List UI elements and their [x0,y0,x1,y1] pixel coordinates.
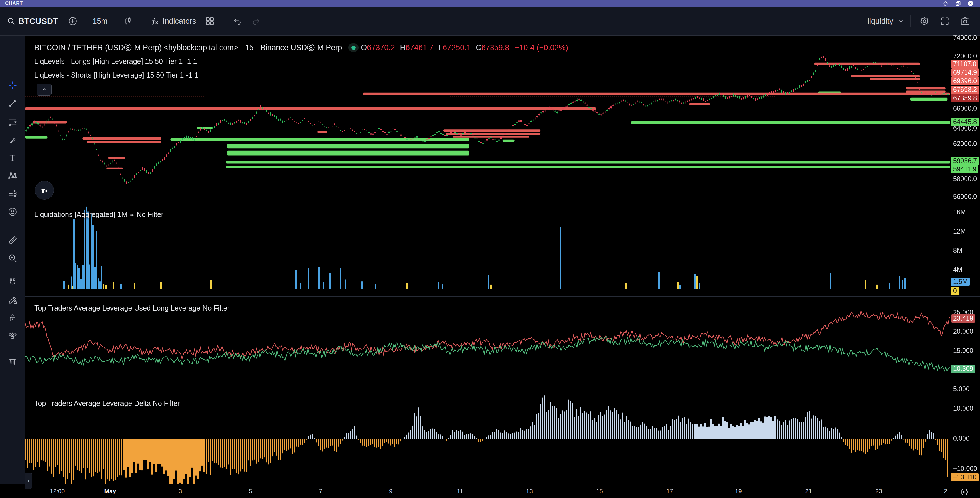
axis-label: 67698.2 [951,86,979,94]
axis-label: 10.309 [951,364,975,373]
forecast-tool-icon[interactable] [6,187,19,200]
text-tool-icon[interactable] [6,152,19,164]
time-axis[interactable]: 12:00May3579111315171921232 [0,484,980,498]
drawing-lock-tool-icon[interactable] [6,294,19,306]
axis-label: 72000.0 [951,52,979,60]
indicators-label: Indicators [162,17,196,26]
axis-label: 15.000 [951,347,975,355]
panel-separator[interactable] [25,205,980,205]
leverage-delta-title[interactable]: Top Traders Average Leverage Delta No Fi… [34,399,180,407]
time-axis-corner-border [950,484,950,498]
axis-label: 12M [951,227,968,235]
chevron-down-icon [898,18,904,24]
compare-add-symbol-icon[interactable] [65,16,80,26]
axis-border [950,36,950,484]
crosshair-tool-icon[interactable] [6,79,19,92]
ohlc-values: O67370.2 H67461.7 L67250.1 C67359.8 −10.… [361,43,568,52]
price-axis[interactable]: 74000.072000.071107.069714.969396.067698… [950,0,980,498]
liquidations-canvas[interactable] [25,205,950,296]
zoom-in-tool-icon[interactable] [6,252,19,264]
axis-label: 66000.0 [951,105,979,113]
drawing-toolbar [0,36,25,498]
remove-drawings-trash-icon[interactable] [6,355,19,368]
symbol-search-button[interactable]: BTCUSDT [7,17,58,26]
axis-label: 71107.0 [951,60,978,68]
indicator-templates-icon[interactable] [202,16,217,26]
indicators-button[interactable]: Indicators [148,16,198,26]
axis-label: −13.110 [951,473,978,481]
magnet-tool-icon[interactable] [6,276,19,288]
layout-name: liquidity [867,17,893,26]
redo-icon[interactable] [249,16,263,26]
lock-all-tool-icon[interactable] [6,312,19,324]
chart-style-icon[interactable] [121,16,135,26]
settings-gear-icon[interactable] [917,16,932,26]
toolbar-separator [5,345,21,345]
time-label: May [105,488,116,495]
trend-line-tool-icon[interactable] [6,97,19,110]
xabcd-pattern-tool-icon[interactable] [6,169,19,182]
window-title: CHART [5,1,23,6]
axis-label: 23.419 [951,314,975,323]
axis-label: −10.000 [951,465,979,473]
axis-label: 0 [951,287,959,295]
timeframe-button[interactable]: 15m [93,17,108,26]
liquidations-panel[interactable] [25,205,950,296]
time-label: 17 [666,488,673,495]
axis-label: 69714.9 [951,68,979,77]
hide-drawings-eye-icon[interactable] [6,329,19,342]
time-label: 9 [389,488,392,495]
brush-tool-icon[interactable] [6,134,19,146]
chart-app: CHART BTCUSDT [0,0,980,498]
axis-label: 74000.0 [951,34,979,42]
time-label: 11 [457,488,463,495]
panel-separator[interactable] [25,296,980,297]
axis-label: 8M [951,247,964,255]
main-toolbar: BTCUSDT 15m Indicators [0,7,980,36]
main-legend[interactable]: BITCOIN / TETHER (USDⓈ-M Perp) <hyblockc… [34,42,568,53]
leverage-delta-panel[interactable] [25,395,950,484]
toolbar-separator [5,224,21,224]
indicator-legend-longs[interactable]: LiqLevels - Longs [High Leverage] 15 50 … [34,57,197,65]
visibility-dot-icon[interactable] [348,43,359,52]
leverage-delta-canvas[interactable] [25,395,950,484]
axis-label: 58000.0 [951,175,979,183]
time-label: 7 [319,488,322,495]
time-label: 21 [805,488,812,495]
fullscreen-icon[interactable] [938,16,952,26]
axis-label: 64000.0 [951,124,979,132]
axis-label: 69396.0 [951,77,979,85]
fib-retracement-tool-icon[interactable] [6,116,19,128]
undo-icon[interactable] [230,16,244,26]
liquidations-title[interactable]: Liquidations [Aggregated] 1M ∞ No Filter [34,210,164,219]
time-label: 23 [875,488,882,495]
refresh-icon[interactable] [942,0,948,6]
axis-label: 67359.8 [951,94,979,102]
indicator-legend-shorts[interactable]: LiqLevels - Shorts [High Leverage] 15 50… [34,71,198,79]
axis-label: 16M [951,208,968,216]
search-icon [7,17,16,25]
axis-label: 56000.0 [951,193,979,201]
time-label: 15 [596,488,603,495]
time-label: 12:00 [50,488,65,495]
leverage-title[interactable]: Top Traders Average Leverage Used Long L… [34,304,229,312]
axis-label: 1.5M [951,278,970,286]
axis-label: 59936.7 [951,157,979,165]
time-label: 3 [178,488,182,495]
axis-label: 20.000 [951,328,975,336]
layout-select[interactable]: liquidity [867,17,904,26]
timezone-settings-icon[interactable] [959,487,969,497]
axis-label: 4M [951,266,964,274]
axis-label: 59411.9 [951,165,978,173]
axis-label: 62000.0 [951,140,979,148]
panel-separator[interactable] [25,394,980,395]
symbol-label: BTCUSDT [18,17,58,26]
time-label: 19 [735,488,741,495]
scroll-left-tab[interactable]: ‹ [25,473,32,489]
tradingview-logo[interactable] [35,181,54,200]
emoji-tool-icon[interactable] [6,205,19,218]
axis-label: 10.000 [951,404,975,413]
symbol-title: BITCOIN / TETHER (USDⓈ-M Perp) <hyblockc… [34,42,342,53]
collapse-legend-button[interactable] [37,84,51,95]
measure-ruler-tool-icon[interactable] [6,234,19,247]
